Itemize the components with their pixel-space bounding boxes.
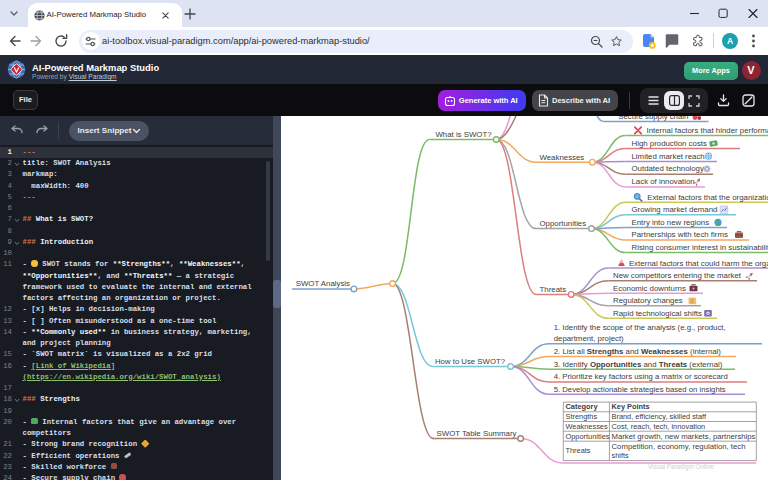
svg-text:External factors that the orga: External factors that the organization c…: [647, 193, 768, 202]
svg-text:5. Develop actionable strategi: 5. Develop actionable strategies based o…: [554, 385, 726, 394]
svg-text:Rising consumer interest in su: Rising consumer interest in sustainabili…: [632, 243, 768, 252]
svg-text:SWOT Table Summary: SWOT Table Summary: [437, 429, 517, 438]
svg-text:Threats: Threats: [566, 446, 591, 455]
svg-text:Growing market demand: Growing market demand: [632, 205, 718, 214]
svg-text:Strengths: Strengths: [566, 412, 598, 421]
svg-text:External factors that could ha: External factors that could harm the org…: [629, 259, 768, 268]
svg-text:Weaknesses: Weaknesses: [540, 153, 585, 162]
svg-text:4. Prioritize key factors usin: 4. Prioritize key factors using a matrix…: [554, 372, 728, 381]
svg-text:Entry into new regions: Entry into new regions: [632, 218, 710, 227]
svg-text:Partnerships with tech firms: Partnerships with tech firms: [632, 230, 728, 239]
svg-text:Weaknesses: Weaknesses: [566, 422, 608, 431]
svg-text:Category: Category: [566, 402, 599, 411]
svg-text:Economic downturns: Economic downturns: [613, 284, 686, 293]
svg-text:2. List all Strengths and Weak: 2. List all Strengths and Weaknesses (in…: [554, 347, 722, 356]
svg-text:Internal factors that hinder p: Internal factors that hinder performance: [647, 126, 768, 135]
svg-text:High production costs: High production costs: [632, 139, 708, 148]
svg-text:department, project): department, project): [554, 334, 624, 343]
svg-text:Secure supply chain: Secure supply chain: [618, 116, 688, 121]
svg-text:Regulatory changes: Regulatory changes: [613, 296, 683, 305]
svg-text:New competitors entering the m: New competitors entering the market: [613, 271, 742, 280]
svg-text:Opportunities: Opportunities: [540, 219, 587, 228]
svg-text:Threats: Threats: [540, 285, 567, 294]
svg-text:What is SWOT?: What is SWOT?: [435, 130, 492, 139]
svg-text:SWOT Analysis: SWOT Analysis: [296, 279, 350, 288]
svg-text:Lack of innovation: Lack of innovation: [632, 177, 695, 186]
svg-text:Key Points: Key Points: [612, 402, 650, 411]
svg-text:Rapid technological shifts: Rapid technological shifts: [613, 309, 702, 318]
svg-text:1. Identify the scope of the a: 1. Identify the scope of the analysis (e…: [554, 323, 726, 332]
svg-text:Opportunities: Opportunities: [566, 432, 610, 441]
svg-text:Cost, reach, tech, innovation: Cost, reach, tech, innovation: [612, 422, 706, 431]
svg-text:Visual Paradigm Online: Visual Paradigm Online: [648, 463, 714, 471]
svg-text:shifts: shifts: [612, 451, 630, 460]
svg-text:Brand, efficiency, skilled sta: Brand, efficiency, skilled staff: [612, 412, 707, 421]
svg-text:Limited market reach: Limited market reach: [632, 152, 705, 161]
svg-text:Market growth, new markets, pa: Market growth, new markets, partnerships: [612, 432, 756, 441]
svg-text:Competition, economy, regulati: Competition, economy, regulation, tech: [612, 442, 746, 451]
svg-text:3. Identify Opportunities and: 3. Identify Opportunities and Threats (e…: [554, 360, 723, 369]
svg-text:Outdated technology: Outdated technology: [632, 164, 704, 173]
svg-text:How to Use SWOT?: How to Use SWOT?: [435, 357, 506, 366]
